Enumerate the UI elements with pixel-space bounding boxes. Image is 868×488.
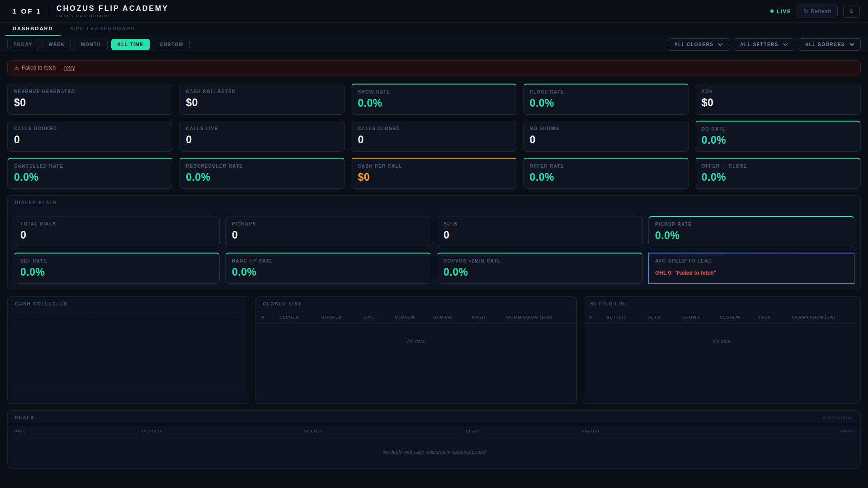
column-header: BOOKED (321, 315, 363, 319)
deals-table-header: DATE CLOSER SETTER LEAD STATUS CASH (8, 425, 860, 437)
kpi-card-offer-rate: OFFER RATE 0.0% (523, 158, 689, 189)
tab-cpc-leaderboard[interactable]: CPC LEADERBOARD (64, 23, 143, 36)
closer-empty-state: No data (255, 324, 576, 404)
chart-gridline (13, 385, 244, 385)
refresh-icon: ↻ (803, 8, 808, 14)
column-header: CLOSE% (720, 315, 758, 319)
column-header: SHOW% (682, 315, 720, 319)
dialer-error-text: GHL 0: "Failed to fetch" (655, 270, 848, 276)
live-label: LIVE (777, 9, 791, 14)
column-header: SETTER (304, 429, 466, 433)
dialer-stats-header: DIALER STATS (8, 196, 860, 210)
kpi-card-no-shows: NO SHOWS 0 (523, 121, 689, 152)
deals-header: DEALS 0 RECORDS (8, 411, 860, 425)
setter-table-header: # SETTER SETS SHOW% CLOSE% CASH COMMISSI… (583, 311, 860, 324)
kpi-card-close-rate: CLOSE RATE 0.0% (523, 84, 689, 115)
refresh-button[interactable]: ↻ Refresh (797, 5, 838, 18)
kpi-value: 0 (358, 134, 510, 146)
column-header: SETTER (607, 315, 648, 319)
kpi-value: 0.0% (530, 97, 682, 109)
column-header: CLOSE% (395, 315, 434, 319)
range-week-button[interactable]: WEEK (42, 39, 71, 50)
dialer-card-pickups: PICKUPS 0 (225, 216, 431, 247)
sources-filter-label: ALL SOURCES (805, 42, 845, 47)
dialer-value: 0 (232, 229, 425, 241)
tab-dashboard[interactable]: DASHBOARD (5, 23, 61, 36)
setter-list-title: SETTER LIST (590, 301, 628, 306)
column-header: CASH (758, 315, 792, 319)
kpi-value: $0 (186, 97, 338, 109)
column-header: DATE (14, 429, 142, 433)
kpi-card-revenue-generated: REVENUE GENERATED $0 (7, 84, 173, 115)
sources-filter-dropdown[interactable]: ALL SOURCES (799, 38, 861, 51)
setters-filter-label: ALL SETTERS (740, 42, 778, 47)
column-header: CLOSER (142, 429, 304, 433)
kpi-value: 0.0% (186, 171, 338, 183)
deals-empty-state: No deals with cash collected in selected… (8, 437, 860, 468)
page-title: CHOZUS FLIP ACADEMY (57, 5, 169, 13)
kpi-card-calls-closed: CALLS CLOSED 0 (351, 121, 517, 152)
dialer-value: 0 (20, 229, 213, 241)
cash-collected-chart (8, 312, 248, 403)
dialer-stats-panel: DIALER STATS TOTAL DIALS 0 PICKUPS 0 SET… (7, 195, 861, 290)
refresh-label: Refresh (811, 8, 831, 14)
filter-bar: TODAY WEEK MONTH ALL TIME CUSTOM ALL CLO… (0, 36, 868, 53)
warning-icon: ⚠ (14, 65, 19, 71)
closer-table-header: # CLOSER BOOKED LIVE CLOSE% SHOW% CASH C… (255, 311, 576, 324)
tab-bar: DASHBOARD CPC LEADERBOARD (0, 23, 868, 36)
chart-gridline (13, 320, 244, 320)
kpi-value: $0 (702, 97, 854, 109)
range-all-time-button[interactable]: ALL TIME (111, 39, 150, 50)
title-block: CHOZUS FLIP ACADEMY SALES DASHBOARD (57, 5, 169, 18)
deals-panel: DEALS 0 RECORDS DATE CLOSER SETTER LEAD … (7, 410, 861, 469)
column-header: COMMISSION (10%) (507, 315, 570, 319)
kpi-value: $0 (358, 171, 510, 183)
main-content: ⚠Failed to fetch — retry REVENUE GENERAT… (0, 60, 868, 469)
dialer-card-avg-speed-to-lead: AVG SPEED TO LEAD GHL 0: "Failed to fetc… (648, 253, 854, 284)
setter-empty-state: No data (583, 324, 860, 404)
column-header: CASH (472, 315, 507, 319)
dialer-value: 0 (443, 229, 636, 241)
kpi-value: 0 (186, 134, 338, 146)
page-subtitle: SALES DASHBOARD (57, 14, 169, 18)
setters-filter-dropdown[interactable]: ALL SETTERS (734, 38, 794, 51)
column-header: LEAD (466, 429, 581, 433)
kpi-value: 0.0% (702, 134, 854, 146)
live-status-badge: LIVE (770, 9, 791, 14)
kpi-value: 0 (14, 134, 166, 146)
closers-filter-dropdown[interactable]: ALL CLOSERS (668, 38, 729, 51)
deals-title: DEALS (15, 415, 34, 420)
kpi-value: 0.0% (14, 171, 166, 183)
column-header: STATUS (581, 429, 769, 433)
range-today-button[interactable]: TODAY (7, 39, 38, 50)
account-counter: 1 OF 1 (13, 7, 42, 15)
dialer-value: 0.0% (20, 266, 213, 278)
kpi-value: 0.0% (530, 171, 682, 183)
error-text: Failed to fetch — (22, 65, 63, 71)
dialer-card-convos-rate: CONVOS >2MIN RATE 0.0% (437, 253, 643, 284)
dialer-stats-title: DIALER STATS (15, 200, 57, 205)
dialer-value: 0.0% (443, 266, 636, 278)
chevron-down-icon (783, 43, 788, 46)
dialer-value: 0.0% (655, 230, 848, 242)
setter-list-header: SETTER LIST (583, 297, 860, 311)
range-month-button[interactable]: MONTH (75, 39, 107, 50)
closer-list-panel: CLOSER LIST # CLOSER BOOKED LIVE CLOSE% … (255, 296, 576, 404)
range-custom-button[interactable]: CUSTOM (154, 39, 190, 50)
column-header: CASH (769, 429, 854, 433)
kpi-card-show-rate: SHOW RATE 0.0% (351, 84, 517, 115)
closer-list-header: CLOSER LIST (255, 297, 576, 311)
cash-collected-title: CASH COLLECTED (15, 301, 68, 306)
dialer-card-hang-up-rate: HANG UP RATE 0.0% (225, 253, 431, 284)
date-range-group: TODAY WEEK MONTH ALL TIME CUSTOM (7, 39, 190, 50)
kpi-value: $0 (14, 97, 166, 109)
header-actions: LIVE ↻ Refresh ⚙ (770, 5, 860, 18)
retry-link[interactable]: retry (64, 65, 75, 71)
kpi-card-aov: AOV $0 (695, 84, 861, 115)
kpi-card-cancelled-rate: CANCELLED RATE 0.0% (7, 158, 173, 189)
filter-dropdowns: ALL CLOSERS ALL SETTERS ALL SOURCES (668, 38, 861, 51)
dialer-value: 0.0% (232, 266, 425, 278)
column-header: SETS (648, 315, 682, 319)
settings-button[interactable]: ⚙ (843, 5, 860, 18)
gear-icon: ⚙ (849, 8, 854, 14)
